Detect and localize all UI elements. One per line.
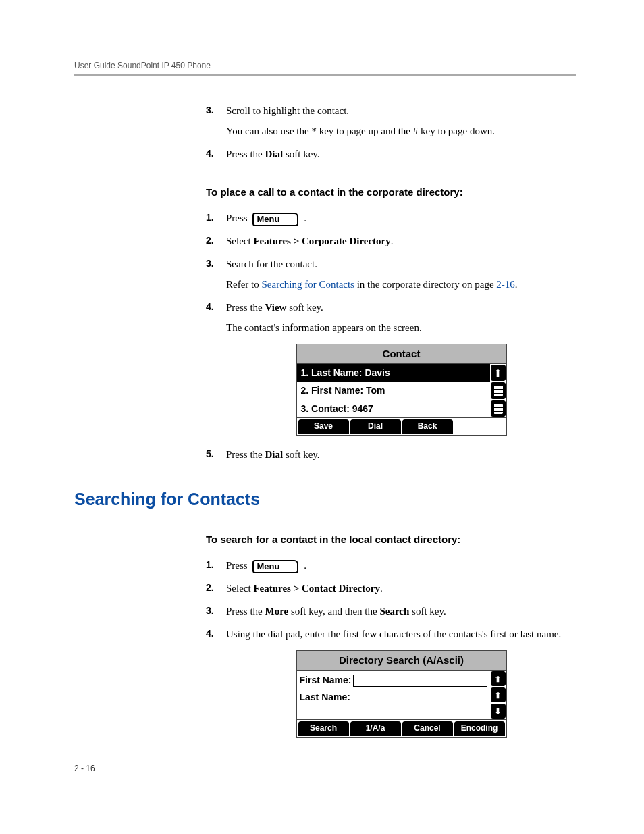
step-text: Press Menu . xyxy=(226,560,306,571)
steps-list-a: 3. Scroll to highlight the contact. You … xyxy=(206,103,576,162)
softkey-cancel: Cancel xyxy=(402,721,453,735)
step-subtext: The contact's information appears on the… xyxy=(226,319,576,336)
step-text: Press the Dial soft key. xyxy=(226,449,320,460)
link-searching-contacts[interactable]: Searching for Contacts xyxy=(261,279,354,290)
lcd-fields: First Name: Last Name: xyxy=(297,671,490,719)
lcd-title: Contact xyxy=(297,344,506,364)
lcd-field-input xyxy=(353,675,487,687)
softkey-search: Search xyxy=(298,721,349,735)
step-text: Select Features > Corporate Directory. xyxy=(226,236,394,246)
page-number: 2 - 16 xyxy=(74,764,95,773)
steps-list-c: 1. Press Menu . 2. Select Features > Con… xyxy=(206,557,576,737)
scroll-up-icon xyxy=(491,671,506,686)
step-number: 4. xyxy=(206,626,214,641)
step-number: 2. xyxy=(206,233,214,248)
step-text: Scroll to highlight the contact. xyxy=(226,105,349,116)
menu-button-icon: Menu xyxy=(252,560,298,573)
step-number: 3. xyxy=(206,103,214,118)
lcd-row-selected: 1. Last Name: Davis xyxy=(297,364,490,382)
step-text: Press the Dial soft key. xyxy=(226,149,320,159)
softkey-dial: Dial xyxy=(350,419,401,434)
task-heading-corporate: To place a call to a contact in the corp… xyxy=(206,186,576,198)
lcd-field-label: Last Name: xyxy=(300,689,350,704)
softkey-encoding: Encoding xyxy=(454,721,505,735)
step-text: Select Features > Contact Directory. xyxy=(226,583,383,594)
steps-list-b: 1. Press Menu . 2. Select Features > Cor… xyxy=(206,210,576,463)
lcd-rows: 1. Last Name: Davis 2. First Name: Tom 3… xyxy=(297,364,490,417)
softkey-back: Back xyxy=(402,419,453,434)
step-text: Using the dial pad, enter the first few … xyxy=(226,629,561,640)
scroll-up-icon xyxy=(491,687,506,702)
scroll-down-icon xyxy=(491,704,506,719)
step-number: 1. xyxy=(206,210,214,225)
task-heading-local: To search for a contact in the local con… xyxy=(206,533,576,545)
step-number: 3. xyxy=(206,603,214,618)
step-text: Search for the contact. xyxy=(226,259,317,269)
page-header: User Guide SoundPoint IP 450 Phone xyxy=(74,61,576,76)
menu-button-icon: Menu xyxy=(252,213,298,226)
link-page-ref[interactable]: 2-16 xyxy=(496,279,515,290)
lcd-field-label: First Name: xyxy=(300,673,352,687)
step-subtext: Refer to Searching for Contacts in the c… xyxy=(226,276,576,292)
scroll-up-icon xyxy=(491,365,506,381)
step-text: Press Menu . xyxy=(226,213,306,224)
step-number: 1. xyxy=(206,557,214,572)
keypad-icon xyxy=(491,400,506,417)
section-title-searching: Searching for Contacts xyxy=(74,490,576,509)
step-number: 2. xyxy=(206,580,214,595)
lcd-row: 3. Contact: 9467 xyxy=(297,400,490,417)
step-number: 4. xyxy=(206,299,214,314)
step-number: 4. xyxy=(206,146,214,161)
lcd-title: Directory Search (A/Ascii) xyxy=(297,651,506,671)
lcd-directory-search-screenshot: Directory Search (A/Ascii) First Name: L… xyxy=(296,650,507,737)
step-text: Press the More soft key, and then the Se… xyxy=(226,606,446,617)
softkey-mode: 1/A/a xyxy=(350,721,401,735)
step-subtext: You can also use the * key to page up an… xyxy=(226,123,576,139)
keypad-icon xyxy=(491,382,506,398)
step-number: 3. xyxy=(206,256,214,271)
softkey-save: Save xyxy=(298,419,349,434)
lcd-contact-screenshot: Contact 1. Last Name: Davis 2. First Nam… xyxy=(296,344,507,436)
step-text: Press the View soft key. xyxy=(226,302,323,313)
lcd-row: 2. First Name: Tom xyxy=(297,382,490,399)
step-number: 5. xyxy=(206,446,214,461)
